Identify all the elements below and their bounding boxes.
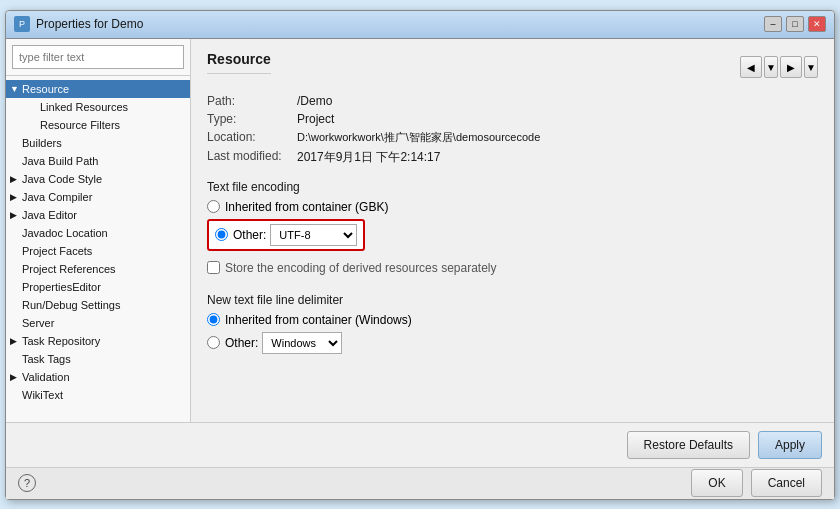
sidebar-item-javadoc-location[interactable]: Javadoc Location [6, 224, 190, 242]
sidebar-item-label: Java Compiler [22, 191, 92, 203]
line-delimiter-label: New text file line delimiter [207, 293, 818, 307]
path-value: /Demo [297, 94, 332, 108]
sidebar-item-label: Resource [22, 83, 69, 95]
encoding-inherited-row: Inherited from container (GBK) [207, 200, 818, 214]
titlebar: P Properties for Demo – □ ✕ [6, 11, 834, 39]
arrow-icon: ▶ [10, 192, 22, 202]
store-encoding-label: Store the encoding of derived resources … [225, 261, 497, 275]
sidebar-item-label: Java Editor [22, 209, 77, 221]
encoding-inherited-radio[interactable] [207, 200, 220, 213]
sidebar-item-label: WikiText [22, 389, 63, 401]
sidebar-item-task-repository[interactable]: ▶ Task Repository [6, 332, 190, 350]
store-encoding-checkbox[interactable] [207, 261, 220, 274]
delimiter-other-row: Other: Windows Unix Mac [207, 332, 818, 354]
nav-arrows: ◀ ▼ ▶ ▼ [740, 56, 818, 78]
location-label: Location: [207, 130, 297, 145]
window-icon: P [14, 16, 30, 32]
sidebar-item-label: Java Build Path [22, 155, 98, 167]
encoding-inherited-label: Inherited from container (GBK) [225, 200, 388, 214]
arrow-icon: ▶ [10, 372, 22, 382]
sidebar-item-server[interactable]: Server [6, 314, 190, 332]
sidebar-item-label: PropertiesEditor [22, 281, 101, 293]
sidebar-item-run-debug-settings[interactable]: Run/Debug Settings [6, 296, 190, 314]
help-icon[interactable]: ? [18, 474, 36, 492]
store-encoding-row: Store the encoding of derived resources … [207, 261, 818, 275]
encoding-other-label: Other: [233, 228, 266, 242]
sidebar-item-resource[interactable]: ▼ Resource [6, 80, 190, 98]
sidebar-item-java-build-path[interactable]: Java Build Path [6, 152, 190, 170]
maximize-button[interactable]: □ [786, 16, 804, 32]
content-area: ▼ Resource Linked Resources Resource Fil… [6, 39, 834, 422]
sidebar-item-label: Validation [22, 371, 70, 383]
lastmod-label: Last modified: [207, 149, 297, 166]
sidebar-item-properties-editor[interactable]: PropertiesEditor [6, 278, 190, 296]
close-button[interactable]: ✕ [808, 16, 826, 32]
filter-input[interactable] [12, 45, 184, 69]
delimiter-other-radio[interactable] [207, 336, 220, 349]
delimiter-inherited-radio[interactable] [207, 313, 220, 326]
type-label: Type: [207, 112, 297, 126]
sidebar-item-project-references[interactable]: Project References [6, 260, 190, 278]
sidebar-item-label: Builders [22, 137, 62, 149]
sidebar-item-label: Linked Resources [40, 101, 128, 113]
sidebar-item-label: Resource Filters [40, 119, 120, 131]
sidebar-item-linked-resources[interactable]: Linked Resources [6, 98, 190, 116]
sidebar-item-label: Javadoc Location [22, 227, 108, 239]
location-value: D:\workworkwork\推广\智能家居\demosourcecode [297, 130, 540, 145]
back-button[interactable]: ◀ [740, 56, 762, 78]
main-panel: Resource ◀ ▼ ▶ ▼ Path: /Demo Type: Proje… [191, 39, 834, 422]
minimize-button[interactable]: – [764, 16, 782, 32]
sidebar: ▼ Resource Linked Resources Resource Fil… [6, 39, 191, 422]
encoding-other-row-wrapper: Other: UTF-8 GBK ISO-8859-1 UTF-16 [207, 219, 818, 256]
delimiter-other-select[interactable]: Windows Unix Mac [262, 332, 342, 354]
encoding-other-highlighted: Other: UTF-8 GBK ISO-8859-1 UTF-16 [207, 219, 365, 251]
delimiter-other-label: Other: [225, 336, 258, 350]
sidebar-item-label: Task Repository [22, 335, 100, 347]
filter-box [6, 39, 190, 76]
path-label: Path: [207, 94, 297, 108]
tree-area: ▼ Resource Linked Resources Resource Fil… [6, 76, 190, 422]
sidebar-item-label: Run/Debug Settings [22, 299, 120, 311]
properties-window: P Properties for Demo – □ ✕ ▼ Resource [5, 10, 835, 500]
sidebar-item-project-facets[interactable]: Project Facets [6, 242, 190, 260]
apply-button[interactable]: Apply [758, 431, 822, 459]
back-dropdown[interactable]: ▼ [764, 56, 778, 78]
encoding-other-select[interactable]: UTF-8 GBK ISO-8859-1 UTF-16 [270, 224, 357, 246]
arrow-icon: ▶ [10, 336, 22, 346]
type-row: Type: Project [207, 112, 818, 126]
delimiter-inherited-row: Inherited from container (Windows) [207, 313, 818, 327]
sidebar-item-label: Java Code Style [22, 173, 102, 185]
lastmod-value: 2017年9月1日 下午2:14:17 [297, 149, 440, 166]
footer-bar: ? OK Cancel [6, 467, 834, 499]
ok-button[interactable]: OK [691, 469, 742, 497]
delimiter-inherited-label: Inherited from container (Windows) [225, 313, 412, 327]
type-value: Project [297, 112, 334, 126]
panel-title: Resource [207, 51, 271, 74]
sidebar-item-validation[interactable]: ▶ Validation [6, 368, 190, 386]
forward-dropdown[interactable]: ▼ [804, 56, 818, 78]
location-row: Location: D:\workworkwork\推广\智能家居\demoso… [207, 130, 818, 145]
sidebar-item-label: Project Facets [22, 245, 92, 257]
footer-buttons: OK Cancel [691, 469, 822, 497]
sidebar-item-java-compiler[interactable]: ▶ Java Compiler [6, 188, 190, 206]
cancel-button[interactable]: Cancel [751, 469, 822, 497]
restore-defaults-button[interactable]: Restore Defaults [627, 431, 750, 459]
sidebar-item-builders[interactable]: Builders [6, 134, 190, 152]
sidebar-item-java-editor[interactable]: ▶ Java Editor [6, 206, 190, 224]
sidebar-item-label: Project References [22, 263, 116, 275]
sidebar-item-java-code-style[interactable]: ▶ Java Code Style [6, 170, 190, 188]
arrow-icon: ▼ [10, 84, 22, 94]
bottom-bar: Restore Defaults Apply [6, 422, 834, 467]
path-row: Path: /Demo [207, 94, 818, 108]
sidebar-item-task-tags[interactable]: Task Tags [6, 350, 190, 368]
arrow-icon: ▶ [10, 210, 22, 220]
window-title: Properties for Demo [36, 17, 764, 31]
sidebar-item-resource-filters[interactable]: Resource Filters [6, 116, 190, 134]
text-encoding-label: Text file encoding [207, 180, 818, 194]
encoding-other-radio[interactable] [215, 228, 228, 241]
sidebar-item-label: Task Tags [22, 353, 71, 365]
titlebar-controls: – □ ✕ [764, 16, 826, 32]
forward-button[interactable]: ▶ [780, 56, 802, 78]
sidebar-item-wikitext[interactable]: WikiText [6, 386, 190, 404]
sidebar-item-label: Server [22, 317, 54, 329]
